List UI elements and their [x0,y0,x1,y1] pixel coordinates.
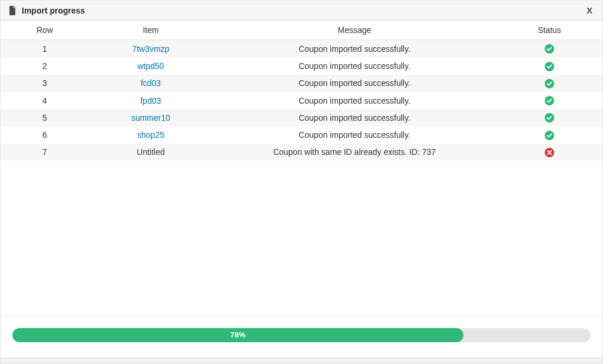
results-table-wrap: Row Item Message Status 17tw3vmzpCoupon … [1,21,602,316]
status-success-icon [545,78,554,88]
item-link[interactable]: summer10 [131,113,170,123]
item-link[interactable]: fcd03 [141,78,161,88]
cell-row-number: 1 [1,40,89,58]
cell-status [496,75,602,92]
svg-rect-2 [11,12,13,13]
table-row: 17tw3vmzpCoupon imported successfully. [1,40,602,58]
table-row: 2wtpd50Coupon imported successfully. [1,57,602,74]
cell-status [496,57,602,74]
cell-item: shop25 [89,126,213,143]
status-success-icon [545,61,554,70]
cell-row-number: 6 [1,126,89,143]
table-row: 3fcd03Coupon imported successfully. [1,75,602,92]
status-success-icon [545,44,554,53]
close-button[interactable]: X [584,5,595,16]
cell-item: Untitled [89,144,213,161]
cell-item: wtpd50 [89,57,213,74]
item-link[interactable]: 7tw3vmzp [132,44,169,54]
cell-message: Coupon imported successfully. [213,40,496,58]
cell-item: fpd03 [89,92,213,109]
cell-message: Coupon imported successfully. [213,92,496,109]
header-message: Message [213,21,496,40]
dialog-footer: 78% [1,316,602,358]
item-link[interactable]: fpd03 [140,96,161,105]
cell-row-number: 4 [1,92,89,109]
cell-item: summer10 [89,109,213,126]
document-icon [8,6,17,15]
cell-status [496,126,602,143]
results-table: Row Item Message Status 17tw3vmzpCoupon … [1,21,602,161]
cell-item: 7tw3vmzp [89,40,213,58]
header-item: Item [89,21,213,40]
header-status: Status [496,21,602,40]
table-row: 4fpd03Coupon imported successfully. [1,92,602,109]
cell-row-number: 7 [1,144,89,161]
table-row: 6shop25Coupon imported successfully. [1,126,602,143]
progress-bar-fill: 78% [12,328,463,342]
cell-row-number: 3 [1,75,89,92]
cell-status [496,144,602,161]
cell-row-number: 5 [1,109,89,126]
dialog-title: Import progress [22,6,584,15]
table-header-row: Row Item Message Status [1,21,602,40]
status-success-icon [545,112,554,122]
cell-message: Coupon imported successfully. [213,109,496,126]
dialog-titlebar: Import progress X [1,1,602,21]
progress-label: 78% [12,328,463,342]
cell-item: fcd03 [89,75,213,92]
cell-message: Coupon imported successfully. [213,57,496,74]
table-row: 5summer10Coupon imported successfully. [1,109,602,126]
status-success-icon [545,95,554,105]
cell-row-number: 2 [1,57,89,74]
item-link[interactable]: wtpd50 [137,61,164,71]
cell-status [496,92,602,109]
item-text: Untitled [137,147,164,157]
bottom-band [1,358,602,363]
cell-message: Coupon with same ID already exists. ID: … [213,144,496,161]
table-row: 7UntitledCoupon with same ID already exi… [1,144,602,161]
cell-status [496,109,602,126]
status-error-icon [545,147,554,157]
cell-message: Coupon imported successfully. [213,126,496,143]
cell-message: Coupon imported successfully. [213,75,496,92]
header-row: Row [1,21,89,40]
import-progress-dialog: Import progress X Row Item Message Statu… [0,0,603,364]
cell-status [496,40,602,58]
progress-bar: 78% [12,328,591,342]
item-link[interactable]: shop25 [137,130,164,140]
status-success-icon [545,130,554,139]
svg-rect-0 [11,9,14,10]
svg-rect-1 [11,11,14,11]
